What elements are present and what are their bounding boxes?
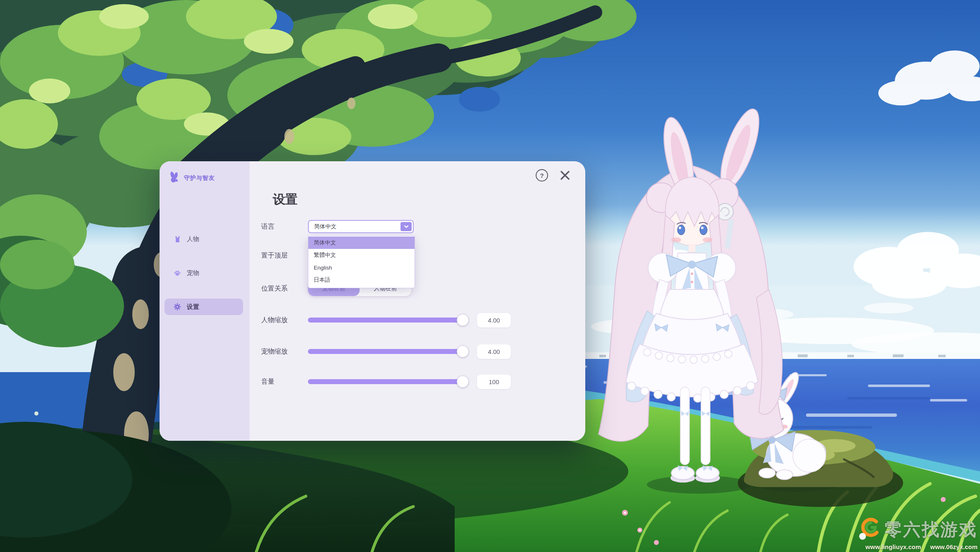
volume-label: 音量 xyxy=(261,378,308,386)
sidebar-item-label: 设置 xyxy=(187,303,199,311)
bunny-logo-icon xyxy=(168,171,180,185)
pet-scale-row: 宠物缩放 4.00 xyxy=(261,344,511,359)
help-button[interactable]: ? xyxy=(534,167,550,183)
always-on-top-label: 置于顶层 xyxy=(261,251,308,260)
language-row: 语言 简体中文 简体中文 繁體中文 English 日本語 xyxy=(261,220,414,233)
language-option[interactable]: 繁體中文 xyxy=(308,249,415,261)
character-icon xyxy=(173,234,182,244)
pet-scale-value: 4.00 xyxy=(477,344,511,359)
language-select-value: 简体中文 xyxy=(309,223,336,230)
close-icon xyxy=(560,170,570,181)
chevron-down-icon xyxy=(401,222,412,231)
close-button[interactable] xyxy=(556,166,575,184)
app-brand: 守护与智友 xyxy=(168,171,215,185)
settings-dialog: 守护与智友 人物 宠物 设置 设置 xyxy=(160,161,585,441)
sidebar-item-label: 宠物 xyxy=(187,269,199,277)
sidebar-item-character[interactable]: 人物 xyxy=(165,231,243,247)
help-icon: ? xyxy=(536,169,548,182)
language-dropdown-list: 简体中文 繁體中文 English 日本語 xyxy=(308,235,415,288)
sidebar-item-pet[interactable]: 宠物 xyxy=(165,265,243,281)
position-label: 位置关系 xyxy=(261,284,308,293)
pet-scale-slider[interactable] xyxy=(308,349,467,354)
gear-icon xyxy=(173,302,182,311)
language-option[interactable]: 简体中文 xyxy=(308,237,415,249)
character-scale-slider[interactable] xyxy=(308,318,467,323)
sidebar-item-label: 人物 xyxy=(187,235,199,243)
paw-icon xyxy=(173,268,182,277)
sidebar-item-settings[interactable]: 设置 xyxy=(165,299,243,315)
volume-slider-thumb[interactable] xyxy=(457,376,469,388)
character-scale-row: 人物缩放 4.00 xyxy=(261,313,511,327)
character-scale-slider-thumb[interactable] xyxy=(457,314,469,326)
character-scale-value: 4.00 xyxy=(477,313,511,327)
sidebar-nav: 人物 宠物 设置 xyxy=(160,231,250,332)
app-title: 守护与智友 xyxy=(184,174,215,182)
sidebar: 守护与智友 人物 宠物 设置 xyxy=(160,161,250,441)
volume-value: 100 xyxy=(477,375,511,389)
language-select[interactable]: 简体中文 xyxy=(308,220,414,233)
language-option[interactable]: 日本語 xyxy=(308,274,415,286)
character-scale-label: 人物缩放 xyxy=(261,316,308,325)
page-title: 设置 xyxy=(273,191,298,208)
volume-slider[interactable] xyxy=(308,379,467,384)
language-label: 语言 xyxy=(261,222,308,231)
pet-scale-label: 宠物缩放 xyxy=(261,347,308,356)
language-option[interactable]: English xyxy=(308,261,415,274)
pet-scale-slider-thumb[interactable] xyxy=(457,346,469,358)
volume-row: 音量 100 xyxy=(261,374,511,389)
